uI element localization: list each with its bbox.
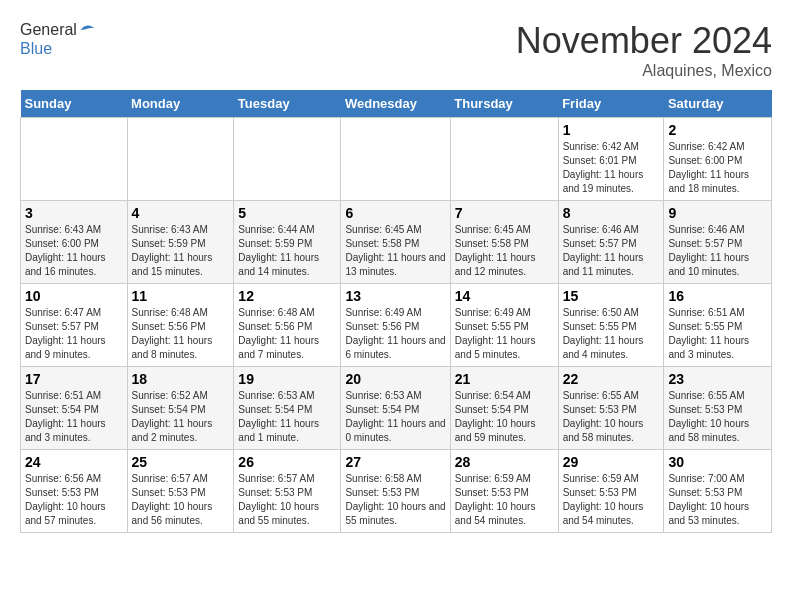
calendar-cell: 22Sunrise: 6:55 AM Sunset: 5:53 PM Dayli… [558, 367, 664, 450]
day-number: 28 [455, 454, 554, 470]
day-info: Sunrise: 6:53 AM Sunset: 5:54 PM Dayligh… [238, 389, 336, 445]
calendar-cell: 8Sunrise: 6:46 AM Sunset: 5:57 PM Daylig… [558, 201, 664, 284]
calendar-cell: 12Sunrise: 6:48 AM Sunset: 5:56 PM Dayli… [234, 284, 341, 367]
day-info: Sunrise: 6:50 AM Sunset: 5:55 PM Dayligh… [563, 306, 660, 362]
logo-general-text: General [20, 21, 77, 39]
day-number: 7 [455, 205, 554, 221]
day-number: 15 [563, 288, 660, 304]
day-info: Sunrise: 6:45 AM Sunset: 5:58 PM Dayligh… [345, 223, 445, 279]
day-number: 3 [25, 205, 123, 221]
calendar-week-4: 17Sunrise: 6:51 AM Sunset: 5:54 PM Dayli… [21, 367, 772, 450]
location: Alaquines, Mexico [516, 62, 772, 80]
title-section: November 2024 Alaquines, Mexico [516, 20, 772, 80]
day-number: 23 [668, 371, 767, 387]
month-title: November 2024 [516, 20, 772, 62]
day-number: 14 [455, 288, 554, 304]
header-wednesday: Wednesday [341, 90, 450, 118]
calendar-cell: 14Sunrise: 6:49 AM Sunset: 5:55 PM Dayli… [450, 284, 558, 367]
calendar-week-5: 24Sunrise: 6:56 AM Sunset: 5:53 PM Dayli… [21, 450, 772, 533]
day-number: 21 [455, 371, 554, 387]
header-sunday: Sunday [21, 90, 128, 118]
day-number: 18 [132, 371, 230, 387]
calendar-cell: 30Sunrise: 7:00 AM Sunset: 5:53 PM Dayli… [664, 450, 772, 533]
day-number: 22 [563, 371, 660, 387]
calendar-cell: 9Sunrise: 6:46 AM Sunset: 5:57 PM Daylig… [664, 201, 772, 284]
day-number: 8 [563, 205, 660, 221]
day-info: Sunrise: 6:48 AM Sunset: 5:56 PM Dayligh… [238, 306, 336, 362]
calendar-cell: 28Sunrise: 6:59 AM Sunset: 5:53 PM Dayli… [450, 450, 558, 533]
day-info: Sunrise: 6:57 AM Sunset: 5:53 PM Dayligh… [132, 472, 230, 528]
day-number: 11 [132, 288, 230, 304]
day-number: 13 [345, 288, 445, 304]
day-info: Sunrise: 6:49 AM Sunset: 5:55 PM Dayligh… [455, 306, 554, 362]
calendar-cell [127, 118, 234, 201]
day-number: 2 [668, 122, 767, 138]
calendar-cell: 6Sunrise: 6:45 AM Sunset: 5:58 PM Daylig… [341, 201, 450, 284]
calendar-cell [450, 118, 558, 201]
day-info: Sunrise: 6:51 AM Sunset: 5:54 PM Dayligh… [25, 389, 123, 445]
day-number: 17 [25, 371, 123, 387]
day-info: Sunrise: 6:51 AM Sunset: 5:55 PM Dayligh… [668, 306, 767, 362]
day-number: 29 [563, 454, 660, 470]
calendar-cell: 3Sunrise: 6:43 AM Sunset: 6:00 PM Daylig… [21, 201, 128, 284]
calendar-table: SundayMondayTuesdayWednesdayThursdayFrid… [20, 90, 772, 533]
calendar-cell [21, 118, 128, 201]
calendar-cell: 27Sunrise: 6:58 AM Sunset: 5:53 PM Dayli… [341, 450, 450, 533]
calendar-cell: 15Sunrise: 6:50 AM Sunset: 5:55 PM Dayli… [558, 284, 664, 367]
day-number: 19 [238, 371, 336, 387]
day-number: 9 [668, 205, 767, 221]
day-number: 24 [25, 454, 123, 470]
day-info: Sunrise: 6:42 AM Sunset: 6:01 PM Dayligh… [563, 140, 660, 196]
logo: General Blue [20, 20, 99, 58]
day-info: Sunrise: 6:45 AM Sunset: 5:58 PM Dayligh… [455, 223, 554, 279]
day-number: 6 [345, 205, 445, 221]
day-info: Sunrise: 7:00 AM Sunset: 5:53 PM Dayligh… [668, 472, 767, 528]
day-info: Sunrise: 6:47 AM Sunset: 5:57 PM Dayligh… [25, 306, 123, 362]
calendar-cell: 10Sunrise: 6:47 AM Sunset: 5:57 PM Dayli… [21, 284, 128, 367]
calendar-cell: 16Sunrise: 6:51 AM Sunset: 5:55 PM Dayli… [664, 284, 772, 367]
day-number: 10 [25, 288, 123, 304]
calendar-cell [234, 118, 341, 201]
calendar-cell: 4Sunrise: 6:43 AM Sunset: 5:59 PM Daylig… [127, 201, 234, 284]
calendar-cell: 25Sunrise: 6:57 AM Sunset: 5:53 PM Dayli… [127, 450, 234, 533]
calendar-cell: 24Sunrise: 6:56 AM Sunset: 5:53 PM Dayli… [21, 450, 128, 533]
page-header: General Blue November 2024 Alaquines, Me… [20, 20, 772, 80]
calendar-cell: 20Sunrise: 6:53 AM Sunset: 5:54 PM Dayli… [341, 367, 450, 450]
calendar-cell: 1Sunrise: 6:42 AM Sunset: 6:01 PM Daylig… [558, 118, 664, 201]
day-number: 4 [132, 205, 230, 221]
calendar-cell: 29Sunrise: 6:59 AM Sunset: 5:53 PM Dayli… [558, 450, 664, 533]
calendar-cell: 11Sunrise: 6:48 AM Sunset: 5:56 PM Dayli… [127, 284, 234, 367]
day-number: 1 [563, 122, 660, 138]
calendar-cell: 5Sunrise: 6:44 AM Sunset: 5:59 PM Daylig… [234, 201, 341, 284]
calendar-cell: 13Sunrise: 6:49 AM Sunset: 5:56 PM Dayli… [341, 284, 450, 367]
calendar-cell: 26Sunrise: 6:57 AM Sunset: 5:53 PM Dayli… [234, 450, 341, 533]
calendar-cell: 21Sunrise: 6:54 AM Sunset: 5:54 PM Dayli… [450, 367, 558, 450]
day-info: Sunrise: 6:46 AM Sunset: 5:57 PM Dayligh… [563, 223, 660, 279]
day-number: 27 [345, 454, 445, 470]
header-tuesday: Tuesday [234, 90, 341, 118]
day-info: Sunrise: 6:55 AM Sunset: 5:53 PM Dayligh… [563, 389, 660, 445]
calendar-cell: 23Sunrise: 6:55 AM Sunset: 5:53 PM Dayli… [664, 367, 772, 450]
calendar-header-row: SundayMondayTuesdayWednesdayThursdayFrid… [21, 90, 772, 118]
header-saturday: Saturday [664, 90, 772, 118]
day-info: Sunrise: 6:52 AM Sunset: 5:54 PM Dayligh… [132, 389, 230, 445]
day-info: Sunrise: 6:46 AM Sunset: 5:57 PM Dayligh… [668, 223, 767, 279]
day-info: Sunrise: 6:43 AM Sunset: 5:59 PM Dayligh… [132, 223, 230, 279]
calendar-cell: 19Sunrise: 6:53 AM Sunset: 5:54 PM Dayli… [234, 367, 341, 450]
day-number: 26 [238, 454, 336, 470]
day-info: Sunrise: 6:44 AM Sunset: 5:59 PM Dayligh… [238, 223, 336, 279]
logo-icon [79, 20, 99, 40]
calendar-cell [341, 118, 450, 201]
day-info: Sunrise: 6:55 AM Sunset: 5:53 PM Dayligh… [668, 389, 767, 445]
day-info: Sunrise: 6:59 AM Sunset: 5:53 PM Dayligh… [563, 472, 660, 528]
calendar-cell: 18Sunrise: 6:52 AM Sunset: 5:54 PM Dayli… [127, 367, 234, 450]
day-number: 30 [668, 454, 767, 470]
calendar-week-2: 3Sunrise: 6:43 AM Sunset: 6:00 PM Daylig… [21, 201, 772, 284]
calendar-cell: 2Sunrise: 6:42 AM Sunset: 6:00 PM Daylig… [664, 118, 772, 201]
day-info: Sunrise: 6:57 AM Sunset: 5:53 PM Dayligh… [238, 472, 336, 528]
calendar-cell: 17Sunrise: 6:51 AM Sunset: 5:54 PM Dayli… [21, 367, 128, 450]
day-info: Sunrise: 6:43 AM Sunset: 6:00 PM Dayligh… [25, 223, 123, 279]
day-info: Sunrise: 6:53 AM Sunset: 5:54 PM Dayligh… [345, 389, 445, 445]
day-number: 5 [238, 205, 336, 221]
header-thursday: Thursday [450, 90, 558, 118]
